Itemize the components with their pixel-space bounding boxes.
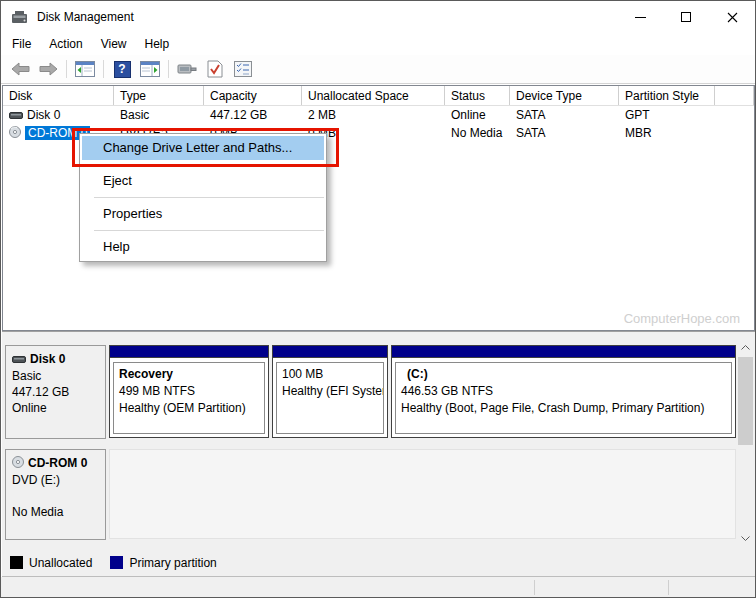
chevron-down-icon — [741, 536, 750, 541]
partition-efi[interactable]: 100 MB Healthy (EFI System — [272, 345, 388, 438]
partition-size: 499 MB NTFS — [119, 383, 264, 400]
check-document-button[interactable] — [202, 57, 228, 81]
window-title: Disk Management — [37, 10, 134, 24]
disk0-label-box[interactable]: Disk 0 Basic 447.12 GB Online — [5, 345, 106, 439]
primary-partition-swatch — [110, 556, 123, 569]
partition-color-bar — [392, 346, 735, 358]
partition-recovery[interactable]: Recovery 499 MB NTFS Healthy (OEM Partit… — [109, 345, 269, 438]
device-tool-icon — [177, 62, 197, 76]
minimize-button[interactable] — [617, 1, 663, 33]
disk-management-app-icon — [11, 9, 29, 25]
disk-status: Online — [445, 106, 510, 124]
column-header-filler — [715, 86, 754, 105]
partition-status: Healthy (EFI System — [282, 383, 383, 400]
status-bar-divider — [668, 580, 669, 595]
column-header-capacity[interactable]: Capacity — [204, 86, 302, 105]
column-header-type[interactable]: Type — [114, 86, 204, 105]
menu-item-eject[interactable]: Eject — [80, 169, 326, 193]
scrollbar-thumb[interactable] — [738, 357, 753, 445]
partition-size: 100 MB — [282, 366, 383, 383]
disk-unallocated: 2 MB — [302, 106, 445, 124]
menu-item-help[interactable]: Help — [80, 235, 326, 259]
title-bar: Disk Management — [1, 1, 755, 33]
disk-device-type: SATA — [510, 106, 619, 124]
cdrom0-graph-area[interactable] — [109, 449, 736, 539]
cdrom0-status: No Media — [12, 504, 101, 520]
console-tree-icon — [75, 61, 95, 77]
partition-color-bar — [110, 346, 268, 358]
back-arrow-icon — [11, 62, 30, 76]
partition-c-drive[interactable]: (C:) 446.53 GB NTFS Healthy (Boot, Page … — [391, 345, 736, 438]
disk0-status: Online — [12, 400, 101, 416]
checklist-button[interactable] — [230, 57, 256, 81]
legend-unallocated-label: Unallocated — [29, 556, 92, 570]
back-button[interactable] — [7, 57, 33, 81]
menu-bar: File Action View Help — [1, 33, 755, 55]
help-button[interactable]: ? — [109, 57, 135, 81]
forward-button[interactable] — [35, 57, 61, 81]
cdrom0-label-box[interactable]: CD-ROM 0 DVD (E:) No Media — [5, 449, 106, 540]
show-action-pane-button[interactable] — [137, 57, 163, 81]
scroll-down-button[interactable] — [737, 530, 754, 547]
toolbar: ? — [1, 55, 755, 84]
menu-item-change-drive-letter[interactable]: Change Drive Letter and Paths... — [82, 136, 324, 160]
maximize-icon — [681, 12, 691, 22]
menu-view[interactable]: View — [92, 35, 136, 53]
chevron-up-icon — [741, 345, 750, 350]
cd-rom-icon — [9, 125, 21, 142]
menu-file[interactable]: File — [3, 35, 40, 53]
cdrom0-type: DVD (E:) — [12, 472, 101, 488]
status-bar-divider — [534, 580, 535, 595]
watermark: ComputerHope.com — [624, 311, 740, 326]
disk0-type: Basic — [12, 368, 101, 384]
panel-splitter[interactable] — [2, 331, 755, 338]
partition-title: (C:) — [401, 366, 731, 383]
menu-help[interactable]: Help — [136, 35, 179, 53]
menu-separator — [94, 197, 324, 198]
toolbar-separator — [103, 60, 104, 78]
device-tool-button[interactable] — [174, 57, 200, 81]
partition-status: Healthy (OEM Partition) — [119, 400, 264, 417]
cdrom-device-type: SATA — [510, 124, 619, 142]
menu-item-properties[interactable]: Properties — [80, 202, 326, 226]
legend-bar: Unallocated Primary partition — [2, 549, 755, 577]
column-header-device-type[interactable]: Device Type — [510, 86, 619, 105]
partition-color-bar — [273, 346, 387, 358]
column-header-partition-style[interactable]: Partition Style — [619, 86, 715, 105]
close-button[interactable] — [709, 1, 755, 33]
partition-size: 446.53 GB NTFS — [401, 383, 731, 400]
cdrom-partition-style: MBR — [619, 124, 715, 142]
column-header-disk[interactable]: Disk — [3, 86, 114, 105]
disk0-name: Disk 0 — [30, 352, 65, 366]
scroll-up-button[interactable] — [737, 339, 754, 356]
cd-rom-icon — [12, 456, 24, 472]
hard-disk-icon — [9, 107, 23, 124]
disk-list-header: Disk Type Capacity Unallocated Space Sta… — [3, 86, 754, 106]
toolbar-separator — [66, 60, 67, 78]
menu-action[interactable]: Action — [40, 35, 91, 53]
cdrom0-name: CD-ROM 0 — [28, 456, 87, 470]
close-icon — [727, 12, 738, 23]
action-pane-icon — [140, 61, 160, 77]
disk-management-window: Disk Management File Action View Help ? — [0, 0, 756, 598]
column-header-status[interactable]: Status — [445, 86, 510, 105]
table-row-disk0[interactable]: Disk 0 Basic 447.12 GB 2 MB Online SATA … — [3, 106, 754, 124]
column-header-unallocated-space[interactable]: Unallocated Space — [302, 86, 445, 105]
help-icon: ? — [114, 61, 131, 78]
maximize-button[interactable] — [663, 1, 709, 33]
checklist-icon — [234, 61, 252, 77]
show-console-tree-button[interactable] — [72, 57, 98, 81]
disk0-partitions: Recovery 499 MB NTFS Healthy (OEM Partit… — [109, 345, 736, 438]
vertical-scrollbar[interactable] — [737, 339, 754, 547]
context-menu: Change Drive Letter and Paths... Eject P… — [79, 133, 327, 262]
menu-separator — [94, 230, 324, 231]
minimize-icon — [635, 17, 646, 18]
disk-capacity: 447.12 GB — [204, 106, 302, 124]
menu-separator — [94, 164, 324, 165]
partition-title: Recovery — [119, 366, 264, 383]
hard-disk-icon — [12, 352, 26, 368]
disk-name: Disk 0 — [27, 108, 60, 122]
disk0-size: 447.12 GB — [12, 384, 101, 400]
unallocated-swatch — [10, 556, 23, 569]
cdrom-status: No Media — [445, 124, 510, 142]
